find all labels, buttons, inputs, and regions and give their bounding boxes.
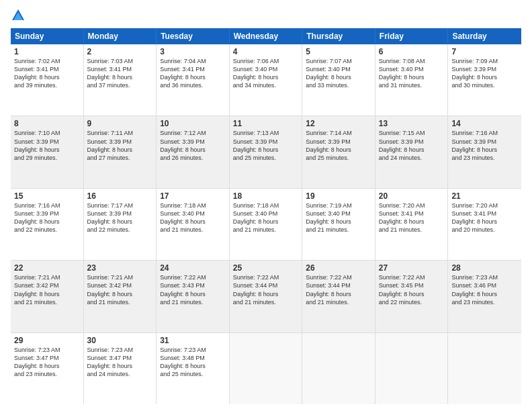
day-number: 4 (233, 47, 299, 56)
calendar-cell: 31Sunrise: 7:23 AM Sunset: 3:48 PM Dayli… (157, 333, 230, 404)
cell-text: Sunrise: 7:16 AM Sunset: 3:39 PM Dayligh… (451, 129, 518, 162)
calendar-cell-empty (448, 333, 521, 404)
cell-text: Sunrise: 7:13 AM Sunset: 3:39 PM Dayligh… (233, 129, 299, 162)
cell-text: Sunrise: 7:18 AM Sunset: 3:40 PM Dayligh… (160, 201, 226, 234)
day-number: 1 (14, 47, 80, 56)
day-number: 5 (306, 47, 371, 56)
cell-text: Sunrise: 7:23 AM Sunset: 3:46 PM Dayligh… (451, 273, 518, 306)
cell-text: Sunrise: 7:18 AM Sunset: 3:40 PM Dayligh… (233, 201, 299, 234)
calendar-cell-empty (302, 333, 375, 404)
calendar-cell: 12Sunrise: 7:14 AM Sunset: 3:39 PM Dayli… (302, 116, 375, 187)
calendar-header-cell: Monday (84, 28, 157, 44)
day-number: 31 (160, 336, 226, 345)
cell-text: Sunrise: 7:20 AM Sunset: 3:41 PM Dayligh… (379, 201, 445, 234)
cell-text: Sunrise: 7:03 AM Sunset: 3:41 PM Dayligh… (87, 57, 153, 90)
calendar-cell: 14Sunrise: 7:16 AM Sunset: 3:39 PM Dayli… (448, 116, 521, 187)
calendar-cell: 10Sunrise: 7:12 AM Sunset: 3:39 PM Dayli… (157, 116, 230, 187)
cell-text: Sunrise: 7:11 AM Sunset: 3:39 PM Dayligh… (87, 129, 153, 162)
calendar-cell: 1Sunrise: 7:02 AM Sunset: 3:41 PM Daylig… (11, 44, 84, 116)
cell-text: Sunrise: 7:09 AM Sunset: 3:39 PM Dayligh… (451, 57, 518, 90)
calendar-cell: 20Sunrise: 7:20 AM Sunset: 3:41 PM Dayli… (375, 189, 449, 260)
day-number: 9 (87, 119, 153, 128)
calendar-cell: 23Sunrise: 7:21 AM Sunset: 3:42 PM Dayli… (84, 261, 157, 332)
logo (11, 8, 27, 23)
day-number: 12 (306, 119, 371, 128)
day-number: 15 (14, 191, 80, 201)
cell-text: Sunrise: 7:23 AM Sunset: 3:47 PM Dayligh… (87, 346, 153, 379)
calendar-cell: 18Sunrise: 7:18 AM Sunset: 3:40 PM Dayli… (230, 189, 303, 260)
calendar-cell: 5Sunrise: 7:07 AM Sunset: 3:40 PM Daylig… (302, 44, 375, 116)
day-number: 7 (451, 47, 518, 56)
logo-text (11, 8, 27, 23)
day-number: 17 (160, 191, 226, 201)
day-number: 18 (233, 191, 299, 201)
day-number: 23 (87, 263, 153, 273)
day-number: 24 (160, 263, 226, 273)
calendar: SundayMondayTuesdayWednesdayThursdayFrid… (11, 28, 521, 404)
cell-text: Sunrise: 7:20 AM Sunset: 3:41 PM Dayligh… (451, 201, 518, 234)
calendar-cell: 21Sunrise: 7:20 AM Sunset: 3:41 PM Dayli… (448, 189, 521, 260)
day-number: 3 (160, 47, 226, 56)
cell-text: Sunrise: 7:21 AM Sunset: 3:42 PM Dayligh… (87, 273, 153, 306)
calendar-cell-empty (375, 333, 449, 404)
calendar-header-cell: Tuesday (157, 28, 230, 44)
cell-text: Sunrise: 7:23 AM Sunset: 3:47 PM Dayligh… (14, 346, 80, 379)
calendar-row: 1Sunrise: 7:02 AM Sunset: 3:41 PM Daylig… (11, 44, 521, 116)
calendar-header-cell: Wednesday (230, 28, 303, 44)
day-number: 25 (233, 263, 299, 273)
day-number: 20 (379, 191, 445, 201)
cell-text: Sunrise: 7:14 AM Sunset: 3:39 PM Dayligh… (306, 129, 371, 162)
day-number: 10 (160, 119, 226, 128)
calendar-cell: 24Sunrise: 7:22 AM Sunset: 3:43 PM Dayli… (157, 261, 230, 332)
cell-text: Sunrise: 7:21 AM Sunset: 3:42 PM Dayligh… (14, 273, 80, 306)
page: SundayMondayTuesdayWednesdayThursdayFrid… (0, 0, 532, 411)
calendar-row: 29Sunrise: 7:23 AM Sunset: 3:47 PM Dayli… (11, 333, 521, 404)
calendar-cell: 15Sunrise: 7:16 AM Sunset: 3:39 PM Dayli… (11, 189, 84, 260)
calendar-header-cell: Thursday (302, 28, 375, 44)
header (11, 8, 521, 23)
day-number: 19 (306, 191, 371, 201)
cell-text: Sunrise: 7:15 AM Sunset: 3:39 PM Dayligh… (379, 129, 445, 162)
day-number: 14 (451, 119, 518, 128)
calendar-cell: 30Sunrise: 7:23 AM Sunset: 3:47 PM Dayli… (84, 333, 157, 404)
cell-text: Sunrise: 7:08 AM Sunset: 3:40 PM Dayligh… (379, 57, 445, 90)
cell-text: Sunrise: 7:19 AM Sunset: 3:40 PM Dayligh… (306, 201, 371, 234)
calendar-cell: 28Sunrise: 7:23 AM Sunset: 3:46 PM Dayli… (448, 261, 521, 332)
calendar-cell: 6Sunrise: 7:08 AM Sunset: 3:40 PM Daylig… (375, 44, 449, 116)
cell-text: Sunrise: 7:22 AM Sunset: 3:44 PM Dayligh… (306, 273, 371, 306)
cell-text: Sunrise: 7:12 AM Sunset: 3:39 PM Dayligh… (160, 129, 226, 162)
calendar-cell: 9Sunrise: 7:11 AM Sunset: 3:39 PM Daylig… (84, 116, 157, 187)
cell-text: Sunrise: 7:04 AM Sunset: 3:41 PM Dayligh… (160, 57, 226, 90)
calendar-cell: 7Sunrise: 7:09 AM Sunset: 3:39 PM Daylig… (448, 44, 521, 116)
day-number: 26 (306, 263, 371, 273)
calendar-cell: 29Sunrise: 7:23 AM Sunset: 3:47 PM Dayli… (11, 333, 84, 404)
calendar-cell: 3Sunrise: 7:04 AM Sunset: 3:41 PM Daylig… (157, 44, 230, 116)
calendar-cell: 2Sunrise: 7:03 AM Sunset: 3:41 PM Daylig… (84, 44, 157, 116)
calendar-row: 15Sunrise: 7:16 AM Sunset: 3:39 PM Dayli… (11, 189, 521, 261)
day-number: 11 (233, 119, 299, 128)
cell-text: Sunrise: 7:02 AM Sunset: 3:41 PM Dayligh… (14, 57, 80, 90)
day-number: 30 (87, 336, 153, 345)
calendar-cell: 8Sunrise: 7:10 AM Sunset: 3:39 PM Daylig… (11, 116, 84, 187)
calendar-header-cell: Sunday (11, 28, 84, 44)
cell-text: Sunrise: 7:17 AM Sunset: 3:39 PM Dayligh… (87, 201, 153, 234)
cell-text: Sunrise: 7:06 AM Sunset: 3:40 PM Dayligh… (233, 57, 299, 90)
calendar-cell: 17Sunrise: 7:18 AM Sunset: 3:40 PM Dayli… (157, 189, 230, 260)
day-number: 2 (87, 47, 153, 56)
day-number: 6 (379, 47, 445, 56)
calendar-cell: 22Sunrise: 7:21 AM Sunset: 3:42 PM Dayli… (11, 261, 84, 332)
calendar-row: 8Sunrise: 7:10 AM Sunset: 3:39 PM Daylig… (11, 116, 521, 188)
calendar-header-cell: Friday (375, 28, 449, 44)
calendar-row: 22Sunrise: 7:21 AM Sunset: 3:42 PM Dayli… (11, 261, 521, 332)
calendar-cell: 13Sunrise: 7:15 AM Sunset: 3:39 PM Dayli… (375, 116, 449, 187)
cell-text: Sunrise: 7:22 AM Sunset: 3:44 PM Dayligh… (233, 273, 299, 306)
cell-text: Sunrise: 7:07 AM Sunset: 3:40 PM Dayligh… (306, 57, 371, 90)
calendar-cell-empty (230, 333, 303, 404)
day-number: 13 (379, 119, 445, 128)
calendar-cell: 16Sunrise: 7:17 AM Sunset: 3:39 PM Dayli… (84, 189, 157, 260)
calendar-cell: 26Sunrise: 7:22 AM Sunset: 3:44 PM Dayli… (302, 261, 375, 332)
calendar-header: SundayMondayTuesdayWednesdayThursdayFrid… (11, 28, 521, 44)
cell-text: Sunrise: 7:10 AM Sunset: 3:39 PM Dayligh… (14, 129, 80, 162)
cell-text: Sunrise: 7:22 AM Sunset: 3:43 PM Dayligh… (160, 273, 226, 306)
cell-text: Sunrise: 7:22 AM Sunset: 3:45 PM Dayligh… (379, 273, 445, 306)
